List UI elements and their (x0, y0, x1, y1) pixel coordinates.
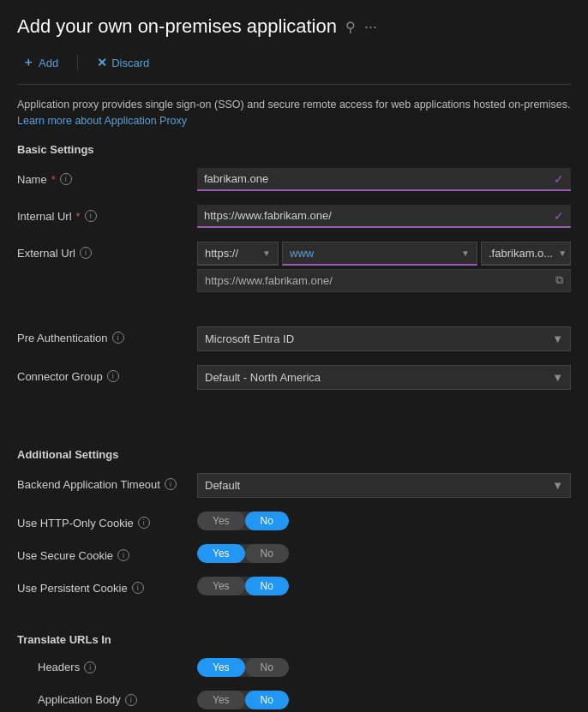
name-label: Name * i (17, 168, 197, 186)
spacer-2 (17, 404, 571, 424)
application-body-info-icon[interactable]: i (125, 694, 137, 706)
pin-icon[interactable]: ⚲ (345, 19, 356, 35)
backend-timeout-row: Backend Application Timeout i Default ▼ (17, 473, 571, 498)
add-button[interactable]: ＋ Add (17, 51, 63, 74)
discard-button[interactable]: ✕ Discard (92, 52, 154, 73)
pre-auth-dropdown[interactable]: Microsoft Entra ID ▼ (197, 326, 571, 351)
connector-group-row: Connector Group i Default - North Americ… (17, 365, 571, 390)
headers-row: Headers i Yes No (17, 658, 571, 677)
add-icon: ＋ (22, 55, 34, 70)
protocol-chevron-icon: ▼ (262, 248, 271, 258)
persistent-cookie-row: Use Persistent Cookie i Yes No (17, 577, 571, 595)
pre-auth-control: Microsoft Entra ID ▼ (197, 326, 571, 351)
protocol-dropdown[interactable]: https:// ▼ (197, 242, 279, 266)
persistent-cookie-label: Use Persistent Cookie i (17, 577, 197, 595)
backend-timeout-chevron-icon: ▼ (552, 479, 563, 492)
discard-label: Discard (111, 57, 149, 69)
headers-control: Yes No (197, 658, 571, 677)
application-body-label: Application Body i (17, 693, 197, 706)
more-options-icon[interactable]: ··· (364, 18, 377, 36)
secure-cookie-row: Use Secure Cookie i Yes No (17, 544, 571, 563)
http-only-cookie-info-icon[interactable]: i (138, 517, 150, 529)
domain-chevron-icon: ▼ (558, 248, 567, 258)
protocol-value: https:// (205, 247, 238, 260)
internal-url-info-icon[interactable]: i (85, 210, 97, 222)
name-required: * (51, 173, 56, 186)
spacer-3 (17, 424, 571, 445)
pre-auth-value: Microsoft Entra ID (205, 332, 294, 345)
connector-group-dropdown[interactable]: Default - North America ▼ (197, 365, 571, 390)
http-only-cookie-yes-button[interactable]: Yes (197, 512, 245, 530)
domain-dropdown[interactable]: .fabrikam.o... ▼ (481, 242, 571, 266)
spacer-4 (17, 609, 571, 630)
internal-url-control: ✓ (197, 205, 571, 228)
additional-settings-title: Additional Settings (17, 448, 571, 461)
backend-timeout-info-icon[interactable]: i (165, 478, 177, 490)
discard-icon: ✕ (97, 56, 107, 69)
application-body-control: Yes No (197, 691, 571, 709)
internal-url-required: * (76, 210, 81, 223)
learn-more-link[interactable]: Learn more about Application Proxy (17, 115, 187, 127)
external-url-readonly: https://www.fabrikam.one/ ⧉ (197, 269, 571, 292)
translate-urls-title: Translate URLs In (17, 633, 571, 646)
http-only-cookie-no-button[interactable]: No (245, 512, 289, 530)
headers-toggle: Yes No (197, 658, 289, 677)
pre-auth-info-icon[interactable]: i (112, 332, 124, 344)
external-url-full: https://www.fabrikam.one/ (205, 274, 333, 287)
name-input[interactable] (197, 168, 571, 191)
secure-cookie-yes-button[interactable]: Yes (197, 544, 245, 563)
name-info-icon[interactable]: i (60, 173, 72, 185)
internal-url-row: Internal Url * i ✓ (17, 205, 571, 228)
name-control: ✓ (197, 168, 571, 191)
spacer-1 (17, 306, 571, 326)
headers-no-button[interactable]: No (245, 658, 289, 677)
secure-cookie-no-button[interactable]: No (245, 544, 289, 563)
secure-cookie-label: Use Secure Cookie i (17, 544, 197, 562)
toolbar-separator (77, 55, 78, 70)
http-only-cookie-toggle: Yes No (197, 512, 289, 530)
connector-group-control: Default - North America ▼ (197, 365, 571, 390)
page-title: Add your own on-premises application (17, 15, 337, 38)
backend-timeout-control: Default ▼ (197, 473, 571, 498)
persistent-cookie-yes-button[interactable]: Yes (197, 577, 245, 595)
secure-cookie-info-icon[interactable]: i (117, 549, 129, 561)
http-only-cookie-row: Use HTTP-Only Cookie i Yes No (17, 512, 571, 530)
headers-yes-button[interactable]: Yes (197, 658, 245, 677)
headers-info-icon[interactable]: i (84, 661, 96, 673)
http-only-cookie-control: Yes No (197, 512, 571, 530)
pre-auth-chevron-icon: ▼ (552, 332, 563, 345)
connector-group-chevron-icon: ▼ (552, 371, 563, 384)
persistent-cookie-info-icon[interactable]: i (132, 582, 144, 594)
copy-icon[interactable]: ⧉ (555, 273, 563, 287)
pre-auth-row: Pre Authentication i Microsoft Entra ID … (17, 326, 571, 351)
basic-settings-title: Basic Settings (17, 143, 571, 156)
external-url-control: https:// ▼ www ▼ .fabrikam.o... ▼ https:… (197, 242, 571, 292)
external-url-label: External Url i (17, 242, 197, 260)
connector-group-value: Default - North America (205, 371, 321, 384)
application-body-row: Application Body i Yes No (17, 691, 571, 709)
persistent-cookie-toggle: Yes No (197, 577, 289, 595)
pre-auth-label: Pre Authentication i (17, 326, 197, 344)
secure-cookie-toggle: Yes No (197, 544, 289, 563)
persistent-cookie-no-button[interactable]: No (245, 577, 289, 595)
info-text: Application proxy provides single sign-o… (17, 99, 570, 111)
connector-group-info-icon[interactable]: i (107, 370, 119, 382)
subdomain-chevron-icon: ▼ (461, 248, 470, 258)
connector-group-label: Connector Group i (17, 365, 197, 383)
application-body-no-button[interactable]: No (245, 691, 289, 709)
domain-value: .fabrikam.o... (489, 247, 553, 260)
internal-url-input[interactable] (197, 205, 571, 228)
headers-label: Headers i (17, 661, 197, 673)
internal-url-check-icon: ✓ (554, 209, 564, 223)
backend-timeout-label: Backend Application Timeout i (17, 473, 197, 491)
backend-timeout-value: Default (205, 479, 240, 492)
external-url-info-icon[interactable]: i (80, 247, 92, 259)
application-body-yes-button[interactable]: Yes (197, 691, 245, 709)
name-check-icon: ✓ (554, 172, 564, 186)
info-banner: Application proxy provides single sign-o… (17, 97, 571, 129)
subdomain-dropdown[interactable]: www ▼ (282, 242, 477, 266)
internal-url-label: Internal Url * i (17, 205, 197, 223)
http-only-cookie-label: Use HTTP-Only Cookie i (17, 512, 197, 530)
backend-timeout-dropdown[interactable]: Default ▼ (197, 473, 571, 498)
name-row: Name * i ✓ (17, 168, 571, 191)
